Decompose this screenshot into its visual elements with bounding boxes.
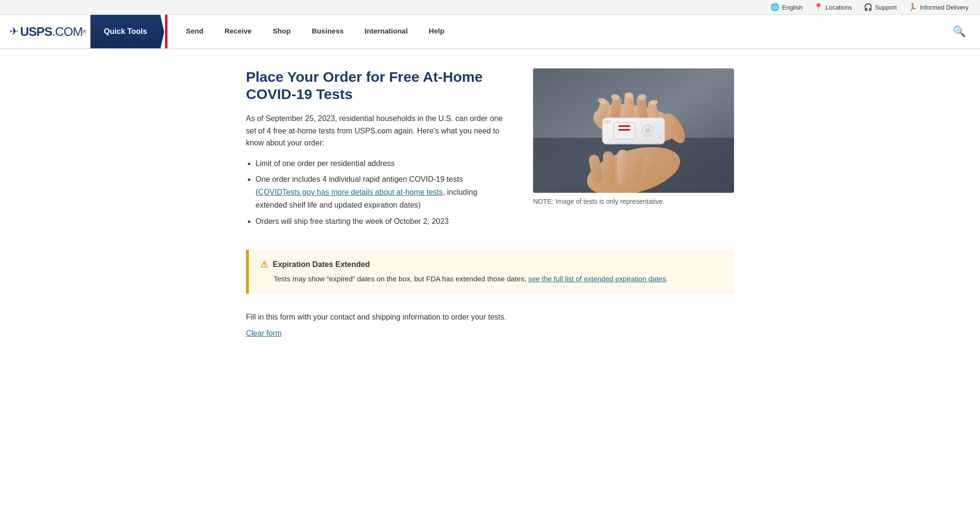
locations-link[interactable]: 📍 Locations	[814, 3, 852, 11]
logo-area[interactable]: ✈ USPS.COM®	[10, 15, 86, 48]
list-item: One order includes 4 individual rapid an…	[256, 173, 504, 212]
nav-items: Send Receive Shop Business International…	[175, 15, 948, 48]
svg-rect-21	[604, 120, 611, 123]
nav-item-shop[interactable]: Shop	[262, 15, 301, 48]
delivery-icon: 🏃	[908, 3, 917, 11]
alert-suffix: .	[666, 275, 668, 283]
svg-point-20	[645, 128, 651, 133]
nav-item-send[interactable]: Send	[175, 15, 214, 48]
alert-box: ⚠ Expiration Dates Extended Tests may sh…	[246, 250, 734, 294]
alert-text: Tests may show “expired” dates on the bo…	[260, 274, 723, 285]
globe-icon: 🌐	[770, 3, 780, 11]
bullet-list: Limit of one order per residential addre…	[246, 157, 504, 228]
clear-form-link[interactable]: Clear form	[246, 329, 282, 337]
list-item: Limit of one order per residential addre…	[256, 157, 504, 170]
warning-icon: ⚠	[260, 259, 268, 270]
content-layout: Place Your Order for Free At-Home COVID-…	[246, 68, 734, 231]
search-icon: 🔍	[953, 25, 966, 38]
content-right: NOTE: Image of tests is only representat…	[533, 68, 734, 205]
informed-delivery-link[interactable]: 🏃 Informed Delivery	[908, 3, 969, 11]
image-note: NOTE: Image of tests is only representat…	[533, 198, 734, 205]
quick-tools-button[interactable]: Quick Tools	[90, 15, 160, 48]
nav-item-help[interactable]: Help	[418, 15, 455, 48]
page-title: Place Your Order for Free At-Home COVID-…	[246, 68, 504, 103]
language-selector[interactable]: 🌐 English	[770, 3, 802, 11]
covid-test-svg	[533, 68, 734, 193]
support-icon: 🎧	[864, 3, 873, 11]
nav-item-international[interactable]: International	[354, 15, 418, 48]
page-content: Place Your Order for Free At-Home COVID-…	[227, 68, 753, 338]
nav-item-business[interactable]: Business	[301, 15, 354, 48]
alert-title: Expiration Dates Extended	[273, 260, 370, 269]
location-icon: 📍	[814, 3, 823, 11]
informed-delivery-label: Informed Delivery	[920, 4, 969, 11]
content-left: Place Your Order for Free At-Home COVID-…	[246, 68, 504, 231]
main-nav: ✈ USPS.COM® Quick Tools Send Receive Sho…	[0, 15, 980, 49]
expiration-dates-link[interactable]: see the full list of extended expiration…	[528, 275, 666, 283]
svg-rect-5	[617, 150, 628, 184]
eagle-icon: ✈	[10, 25, 18, 38]
nav-item-receive[interactable]: Receive	[214, 15, 262, 48]
language-label: English	[782, 4, 802, 11]
covid-tests-link[interactable]: COVIDTests.gov has more details about at…	[258, 188, 443, 196]
svg-rect-17	[618, 125, 630, 127]
alert-body-text: Tests may show “expired” dates on the bo…	[274, 275, 526, 283]
locations-label: Locations	[825, 4, 852, 11]
form-intro: Fill in this form with your contact and …	[246, 313, 734, 321]
alert-header: ⚠ Expiration Dates Extended	[260, 259, 723, 270]
svg-rect-16	[613, 122, 635, 139]
utility-bar: 🌐 English 📍 Locations 🎧 Support 🏃 Inform…	[0, 0, 980, 15]
svg-rect-18	[618, 129, 630, 131]
list-item: Orders will ship free starting the week …	[256, 215, 504, 228]
logo-text: USPS.COM®	[20, 24, 86, 39]
nav-accent	[165, 15, 167, 48]
covid-test-image	[533, 68, 734, 193]
intro-text: As of September 25, 2023, residential ho…	[246, 112, 504, 149]
support-label: Support	[875, 4, 897, 11]
search-button[interactable]: 🔍	[948, 15, 970, 48]
support-link[interactable]: 🎧 Support	[864, 3, 897, 11]
